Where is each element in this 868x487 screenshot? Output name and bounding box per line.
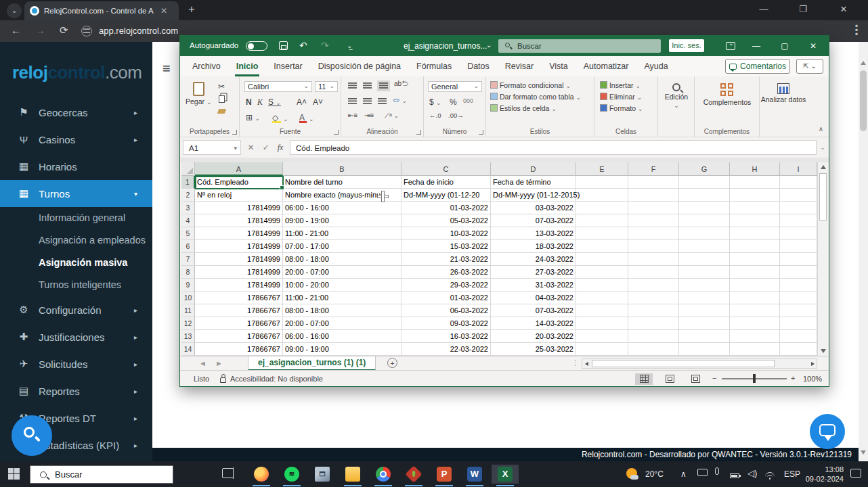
col-header-B[interactable]: B — [283, 162, 402, 176]
taskbar-editor-app[interactable]: ✎ — [400, 465, 427, 484]
sidebar-item-solicitudes[interactable]: ✈Solicitudes▸ — [0, 350, 152, 377]
cell-A9[interactable]: 17814999 — [195, 279, 283, 292]
sheet-next-icon[interactable]: ► — [215, 359, 223, 367]
sidebar-subitem-asignaci-n-masiva[interactable]: Asignación masiva — [0, 252, 152, 274]
action-center-icon[interactable] — [850, 469, 861, 478]
cell-C10[interactable]: 01-03-2022 — [402, 292, 491, 304]
cell-C14[interactable]: 22-03-2022 — [402, 343, 491, 356]
taskbar-spotify[interactable]: ≋ — [278, 465, 305, 484]
cell-F7[interactable] — [628, 253, 679, 266]
ribbon-display-options-icon[interactable] — [726, 42, 735, 50]
cell-E3[interactable] — [576, 202, 628, 214]
hamburger-icon[interactable]: ≡ — [162, 61, 171, 76]
sidebar-item-horarios[interactable]: ▦Horarios — [0, 153, 152, 180]
redo-icon[interactable]: ↷ — [321, 40, 329, 51]
sign-in-button[interactable]: Inic. ses. — [669, 39, 704, 52]
forward-icon[interactable]: → — [35, 24, 45, 36]
cell-D3[interactable]: 03-03-2022 — [491, 202, 576, 214]
cell-H10[interactable] — [730, 292, 780, 304]
cell-E6[interactable] — [576, 240, 628, 253]
decrease-indent-icon[interactable]: ⇤≡ — [348, 112, 357, 119]
decrease-font-icon[interactable]: A˅ — [313, 97, 323, 107]
paste-button[interactable]: Pegar ⌄ — [186, 82, 212, 106]
col-header-C[interactable]: C — [402, 162, 491, 176]
row-header-10[interactable]: 10 — [181, 292, 195, 304]
cell-F12[interactable] — [628, 317, 679, 330]
cell-I13[interactable] — [780, 330, 817, 343]
back-icon[interactable]: ← — [11, 24, 21, 36]
cell-C12[interactable]: 09-03-2022 — [402, 317, 491, 330]
new-tab-button[interactable]: + — [188, 3, 195, 16]
cell-C3[interactable]: 01-03-2022 — [402, 202, 491, 214]
italic-button[interactable]: K — [257, 97, 263, 108]
battery-icon[interactable] — [730, 471, 739, 487]
ribbon-tab-archivo[interactable]: Archivo — [192, 62, 221, 71]
cell-G10[interactable] — [679, 292, 730, 304]
formula-input[interactable]: Cód. Empleado — [290, 140, 817, 155]
currency-icon[interactable]: $ ⌄ — [429, 97, 441, 107]
col-header-E[interactable]: E — [576, 162, 628, 176]
cell-H2[interactable] — [730, 189, 780, 202]
font-size-select[interactable]: 11 ⌄ — [315, 81, 338, 92]
cell-G4[interactable] — [679, 214, 730, 227]
cell-A13[interactable]: 17866767 — [195, 330, 283, 343]
cell-A2[interactable]: Nº en reloj — [195, 189, 283, 202]
row-header-14[interactable]: 14 — [181, 343, 195, 356]
col-header-F[interactable]: F — [628, 162, 679, 176]
accessibility-status[interactable]: Accesibilidad: No disponible — [230, 375, 323, 383]
qat-customize-icon[interactable]: ⌄̲ — [347, 42, 352, 49]
cell-H8[interactable] — [730, 266, 780, 279]
cell-A10[interactable]: 17866767 — [195, 292, 283, 304]
reload-icon[interactable]: ⟳ — [60, 24, 68, 37]
browser-scrollbar[interactable] — [859, 42, 868, 461]
cell-I14[interactable] — [780, 343, 817, 356]
tab-search-chevron-icon[interactable]: ⌄ — [7, 3, 22, 18]
cell-B1[interactable]: Nombre del turno — [283, 176, 402, 189]
increase-font-icon[interactable]: A˄ — [297, 97, 307, 107]
cell-H3[interactable] — [730, 202, 780, 214]
zoom-level[interactable]: 100% — [803, 375, 822, 383]
hscroll-thumb[interactable] — [592, 360, 775, 367]
ribbon-tab-disposici-n-de-p-gina[interactable]: Disposición de página — [318, 62, 401, 71]
normal-view-button[interactable] — [635, 373, 653, 385]
cell-D10[interactable]: 04-03-2022 — [491, 292, 576, 304]
sidebar-subitem-turnos-inteligentes[interactable]: Turnos inteligentes — [0, 274, 152, 296]
align-right-icon[interactable] — [378, 98, 387, 105]
wifi-icon[interactable] — [765, 472, 775, 479]
col-header-H[interactable]: H — [730, 162, 780, 176]
align-bottom-icon[interactable] — [379, 83, 388, 89]
cell-G12[interactable] — [679, 317, 730, 330]
cell-C7[interactable]: 21-03-2022 — [402, 253, 491, 266]
taskbar-powerpoint[interactable]: P — [431, 465, 458, 484]
wrap-text-icon[interactable]: ab⮌ — [394, 80, 408, 87]
cell-D5[interactable]: 13-03-2022 — [491, 227, 576, 240]
zoom-slider-thumb[interactable] — [753, 374, 756, 383]
number-format-select[interactable]: General ⌄ — [428, 81, 482, 92]
cell-H6[interactable] — [730, 240, 780, 253]
cell-I2[interactable] — [780, 189, 817, 202]
zoom-in-icon[interactable]: + — [791, 374, 795, 382]
align-middle-icon[interactable] — [363, 83, 372, 89]
cell-B13[interactable]: 06:00 - 16:00 — [283, 330, 402, 343]
cell-D7[interactable]: 24-03-2022 — [491, 253, 576, 266]
cell-F1[interactable] — [628, 176, 679, 189]
cell-H4[interactable] — [730, 214, 780, 227]
cell-B4[interactable]: 09:00 - 19:00 — [283, 214, 402, 227]
cell-E10[interactable] — [576, 292, 628, 304]
hscroll-left-icon[interactable] — [585, 362, 588, 366]
vscroll-down-icon[interactable] — [821, 349, 826, 353]
comma-style-icon[interactable]: 000 — [463, 97, 473, 104]
name-box[interactable]: A1▾ — [183, 140, 241, 155]
row-header-5[interactable]: 5 — [181, 227, 195, 240]
cell-A12[interactable]: 17866767 — [195, 317, 283, 330]
browser-menu-icon[interactable]: ••• — [852, 24, 861, 37]
cell-I4[interactable] — [780, 214, 817, 227]
cell-I10[interactable] — [780, 292, 817, 304]
cell-B7[interactable]: 08:00 - 18:00 — [283, 253, 402, 266]
cell-A14[interactable]: 17866767 — [195, 343, 283, 356]
copy-icon[interactable] — [219, 95, 225, 103]
page-layout-view-button[interactable] — [661, 373, 678, 385]
workbook-title[interactable]: ej_asignacion_turnos... — [404, 41, 487, 51]
cell-C4[interactable]: 05-03-2022 — [402, 214, 491, 227]
decrease-decimal-icon[interactable]: .00→ — [448, 112, 464, 119]
